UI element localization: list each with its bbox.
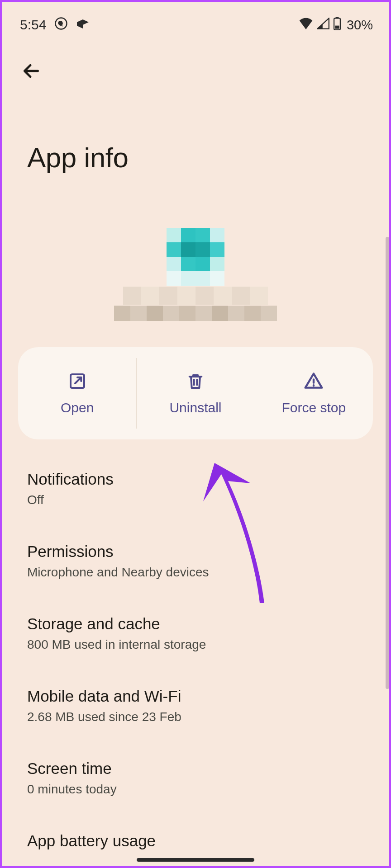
status-right: 30%	[299, 17, 373, 33]
row-subtitle: Microphone and Nearby devices	[27, 565, 364, 580]
row-subtitle: 0 minutes today	[27, 782, 364, 797]
settings-list: Notifications Off Permissions Microphone…	[2, 458, 389, 863]
uninstall-button[interactable]: Uninstall	[136, 347, 254, 439]
row-title: Permissions	[27, 542, 364, 561]
row-storage[interactable]: Storage and cache 800 MB used in interna…	[27, 602, 364, 665]
force-stop-label: Force stop	[281, 400, 346, 415]
row-title: Storage and cache	[27, 615, 364, 633]
row-battery-usage[interactable]: App battery usage	[27, 819, 364, 863]
app-name-redacted	[123, 287, 268, 305]
open-button[interactable]: Open	[18, 347, 136, 439]
scrollbar[interactable]	[386, 237, 389, 689]
action-card: Open Uninstall Force stop	[18, 347, 373, 439]
status-left: 5:54	[20, 17, 90, 33]
row-title: App battery usage	[27, 832, 364, 850]
back-button[interactable]	[20, 60, 43, 82]
whatsapp-icon	[54, 17, 68, 33]
row-title: Screen time	[27, 760, 364, 778]
svg-rect-2	[335, 17, 339, 18]
force-stop-button[interactable]: Force stop	[255, 347, 373, 439]
app-identity	[2, 228, 389, 321]
battery-icon	[333, 17, 341, 33]
row-subtitle: Off	[27, 493, 364, 507]
status-bar: 5:54 30%	[2, 2, 389, 38]
page-title: App info	[2, 83, 389, 174]
app-icon	[167, 228, 224, 286]
gesture-bar[interactable]	[137, 858, 254, 862]
row-permissions[interactable]: Permissions Microphone and Nearby device…	[27, 530, 364, 593]
row-title: Notifications	[27, 470, 364, 488]
battery-percent: 30%	[347, 18, 373, 33]
row-mobile-data[interactable]: Mobile data and Wi-Fi 2.68 MB used since…	[27, 675, 364, 738]
uninstall-label: Uninstall	[169, 400, 221, 415]
arrow-left-icon	[21, 61, 41, 81]
app-subname-redacted	[114, 306, 277, 321]
package-icon	[76, 17, 90, 33]
open-label: Open	[61, 400, 94, 415]
status-time: 5:54	[20, 17, 46, 33]
trash-icon	[186, 371, 205, 391]
row-screen-time[interactable]: Screen time 0 minutes today	[27, 747, 364, 810]
signal-icon	[317, 17, 329, 33]
wifi-icon	[299, 17, 313, 33]
open-icon	[67, 371, 87, 391]
row-subtitle: 800 MB used in internal storage	[27, 637, 364, 652]
warning-icon	[304, 371, 324, 391]
row-title: Mobile data and Wi-Fi	[27, 687, 364, 705]
row-notifications[interactable]: Notifications Off	[27, 458, 364, 521]
svg-rect-3	[335, 25, 339, 28]
row-subtitle: 2.68 MB used since 23 Feb	[27, 710, 364, 724]
